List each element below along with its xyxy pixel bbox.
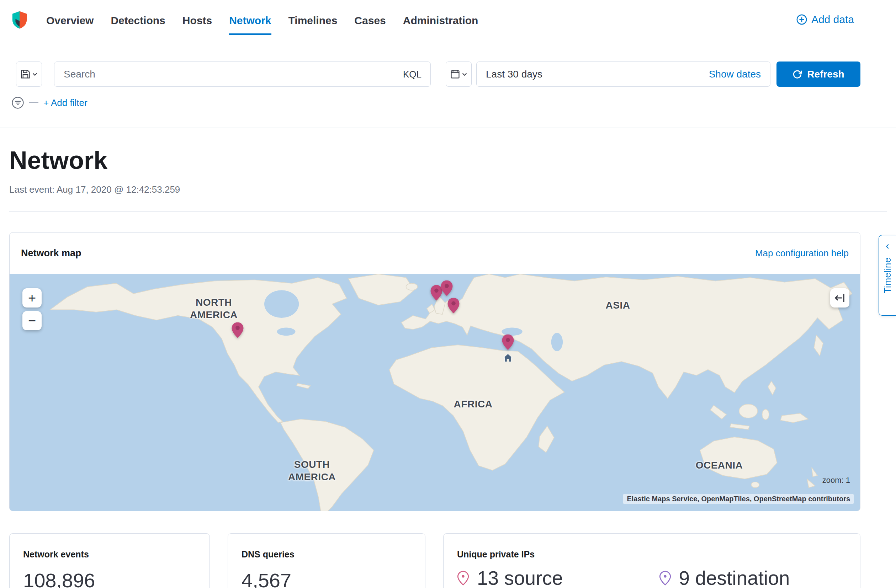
save-icon <box>21 69 30 79</box>
chevron-down-icon <box>462 71 467 77</box>
timeline-label: Timeline <box>882 257 893 293</box>
search-input[interactable] <box>54 61 431 87</box>
filter-bar: + Add filter <box>11 95 87 111</box>
source-ips-group: 13 source <box>457 567 563 588</box>
dns-queries-card: DNS queries 4,567 <box>228 533 425 588</box>
network-events-card: Network events 108,896 <box>9 533 210 588</box>
zoom-out-button[interactable]: − <box>23 311 42 330</box>
home-marker-icon[interactable] <box>502 352 514 365</box>
map-pin-icon[interactable] <box>502 334 514 352</box>
map-panel-header: Network map Map configuration help <box>10 232 860 274</box>
chevron-down-icon <box>32 71 38 77</box>
map-attribution[interactable]: Elastic Maps Service, OpenMapTiles, Open… <box>623 494 854 504</box>
filter-dash <box>29 102 38 103</box>
network-events-value: 108,896 <box>23 569 196 588</box>
map-pin-icon[interactable] <box>441 280 453 297</box>
timeline-flyout-button[interactable]: ‹ Timeline <box>879 235 896 316</box>
map-pin-icon[interactable] <box>232 322 244 339</box>
unique-private-ips-title: Unique private IPs <box>457 549 847 559</box>
calendar-icon <box>450 69 460 79</box>
saved-query-menu-button[interactable] <box>16 61 42 87</box>
query-bar: KQL Last 30 days Show dates <box>16 61 861 87</box>
date-picker-quick-menu-button[interactable] <box>446 61 472 87</box>
nav-tab-cases[interactable]: Cases <box>354 14 386 35</box>
nav-tab-network[interactable]: Network <box>229 14 271 35</box>
refresh-button[interactable]: Refresh <box>777 61 861 87</box>
filter-icon[interactable] <box>11 96 24 109</box>
stats-row: Network events 108,896 DNS queries 4,567… <box>9 533 861 588</box>
search-field-wrap: KQL <box>54 61 431 87</box>
world-map-canvas[interactable] <box>10 274 860 511</box>
map-zoom-controls: + − <box>23 288 42 330</box>
world-map[interactable]: NORTHAMERICA SOUTHAMERICA AFRICA ASIA OC… <box>10 274 860 511</box>
map-pin-icon[interactable] <box>448 298 460 315</box>
add-data-label: Add data <box>811 14 854 26</box>
unique-private-ips-card: Unique private IPs 13 source <box>443 533 861 588</box>
nav-tab-hosts[interactable]: Hosts <box>183 14 212 35</box>
kql-language-button[interactable]: KQL <box>403 69 422 80</box>
destination-ips-value: 9 destination <box>679 567 790 588</box>
nav-tab-overview[interactable]: Overview <box>46 14 93 35</box>
destination-pin-icon <box>659 571 671 585</box>
refresh-label: Refresh <box>807 68 844 80</box>
destination-ips-group: 9 destination <box>659 567 790 588</box>
source-ips-value: 13 source <box>477 567 563 588</box>
content-divider <box>9 211 887 212</box>
refresh-icon <box>792 69 802 79</box>
page-title: Network <box>9 146 107 174</box>
network-events-title: Network events <box>23 549 196 559</box>
dns-queries-value: 4,567 <box>242 569 411 588</box>
show-dates-link[interactable]: Show dates <box>709 68 761 80</box>
nav-tab-administration[interactable]: Administration <box>403 14 478 35</box>
nav-tab-detections[interactable]: Detections <box>111 14 165 35</box>
last-event-timestamp: Last event: Aug 17, 2020 @ 12:42:53.259 <box>9 184 180 195</box>
map-panel-title: Network map <box>21 248 81 259</box>
timeline-collapse-icon: ‹ <box>886 240 889 251</box>
source-pin-icon <box>457 571 469 585</box>
date-range-value[interactable]: Last 30 days <box>486 68 542 80</box>
zoom-level-label: zoom: 1 <box>822 476 850 485</box>
zoom-in-button[interactable]: + <box>23 288 42 307</box>
security-shield-logo[interactable] <box>11 11 28 29</box>
date-range-control[interactable]: Last 30 days Show dates <box>476 61 770 87</box>
collapse-legend-icon <box>835 293 845 303</box>
main-nav: Overview Detections Hosts Network Timeli… <box>0 0 896 42</box>
dns-queries-title: DNS queries <box>242 549 411 559</box>
map-legend-toggle-button[interactable] <box>830 288 849 307</box>
network-map-panel: Network map Map configuration help <box>9 232 861 511</box>
plus-circle-icon <box>796 14 807 25</box>
map-configuration-help-link[interactable]: Map configuration help <box>755 248 849 259</box>
nav-tab-timelines[interactable]: Timelines <box>288 14 338 35</box>
add-filter-button[interactable]: + Add filter <box>43 97 87 108</box>
app-header: Overview Detections Hosts Network Timeli… <box>0 0 896 128</box>
add-data-button[interactable]: Add data <box>796 14 854 26</box>
